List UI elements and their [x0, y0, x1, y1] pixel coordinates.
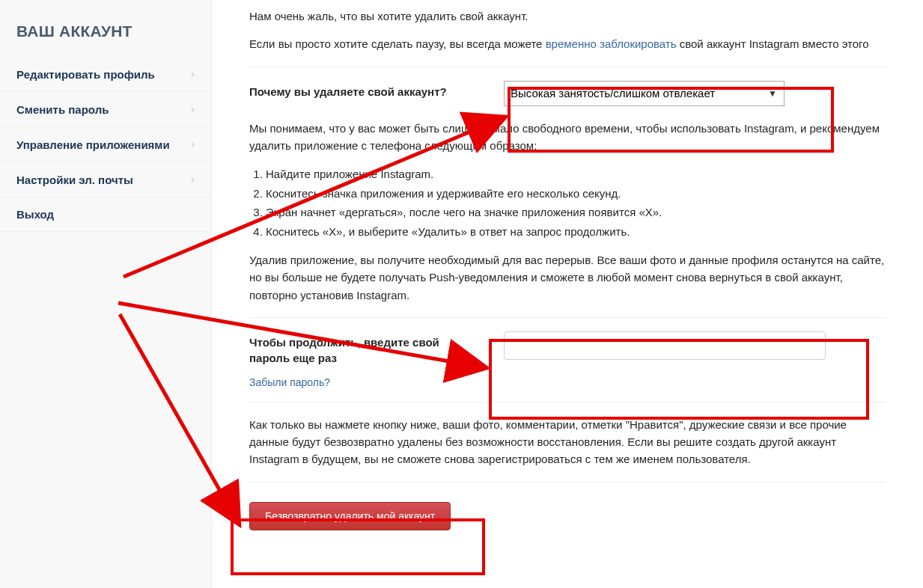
final-warning-text: Как только вы нажмете кнопку ниже, ваши … — [249, 416, 886, 468]
password-label-col: Чтобы продолжить, введите свой пароль ещ… — [249, 331, 474, 388]
step-item: Коснитесь «X», и выберите «Удалить» в от… — [266, 222, 886, 242]
sidebar-item-label: Выход — [16, 208, 54, 221]
pause-suffix: свой аккаунт Instagram вместо этого — [677, 37, 869, 50]
sidebar-item-manage-apps[interactable]: Управление приложениями › — [0, 127, 211, 162]
pause-prefix: Если вы просто хотите сделать паузу, вы … — [249, 37, 546, 50]
sidebar-item-label: Сменить пароль — [16, 103, 109, 116]
step-item: Найдите приложение Instagram. — [266, 165, 886, 184]
chevron-right-icon: › — [191, 67, 195, 81]
sidebar-item-change-password[interactable]: Сменить пароль › — [0, 92, 211, 127]
step-item: Коснитесь значка приложения и удерживайт… — [266, 184, 886, 203]
sidebar-title: ВАШ АККАУНТ — [0, 12, 211, 57]
sidebar-item-edit-profile[interactable]: Редактировать профиль › — [0, 57, 211, 92]
reason-label: Почему вы удаляете свой аккаунт? — [249, 81, 474, 99]
sidebar-item-logout[interactable]: Выход — [0, 197, 211, 232]
sidebar: ВАШ АККАУНТ Редактировать профиль › Смен… — [0, 0, 212, 588]
password-label: Чтобы продолжить, введите свой пароль ещ… — [249, 331, 474, 366]
chevron-right-icon: › — [191, 138, 195, 151]
divider — [249, 482, 886, 483]
temp-disable-link[interactable]: временно заблокировать — [546, 37, 677, 50]
after-delete-text: Удалив приложение, вы получите необходим… — [249, 251, 886, 304]
chevron-right-icon: › — [191, 173, 195, 186]
divider — [249, 317, 886, 318]
password-row: Чтобы продолжить, введите свой пароль ещ… — [249, 331, 886, 388]
sidebar-item-label: Управление приложениями — [16, 138, 170, 151]
reason-row: Почему вы удаляете свой аккаунт? Высокая… — [249, 81, 886, 106]
sidebar-item-label: Настройки эл. почты — [16, 174, 133, 186]
password-input[interactable] — [504, 331, 826, 360]
divider — [249, 402, 886, 402]
divider — [249, 67, 886, 67]
forgot-password-link[interactable]: Забыли пароль? — [249, 376, 474, 388]
step-item: Экран начнет «дергаться», после чего на … — [266, 203, 886, 222]
explain-text: Мы понимаем, что у вас может быть слишко… — [249, 120, 886, 155]
reason-select[interactable]: Высокая занятость/слишком отвлекает — [504, 81, 785, 106]
sidebar-item-label: Редактировать профиль — [16, 68, 155, 81]
delete-account-button[interactable]: Безвозвратно удалить мой аккаунт — [249, 502, 451, 530]
main-content: Нам очень жаль, что вы хотите удалить св… — [212, 0, 923, 588]
steps-list: Найдите приложение Instagram. Коснитесь … — [266, 165, 886, 241]
pause-text: Если вы просто хотите сделать паузу, вы … — [249, 35, 886, 52]
chevron-right-icon: › — [191, 102, 195, 116]
reason-select-wrap: Высокая занятость/слишком отвлекает ▼ — [504, 81, 785, 106]
sidebar-item-email-settings[interactable]: Настройки эл. почты › — [0, 162, 211, 197]
sorry-text: Нам очень жаль, что вы хотите удалить св… — [249, 7, 886, 25]
